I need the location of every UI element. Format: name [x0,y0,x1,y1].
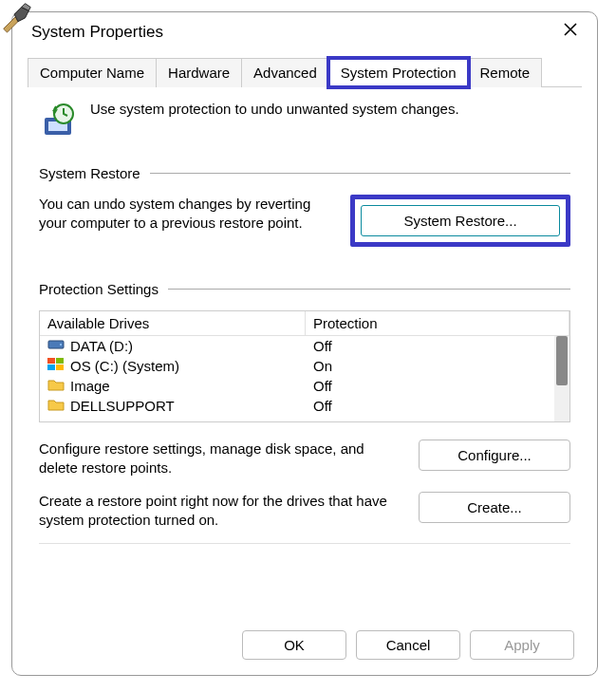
col-available-drives[interactable]: Available Drives [40,311,306,335]
drive-name: DELLSUPPORT [70,398,175,414]
window-title: System Properties [31,23,163,42]
drive-protection: Off [306,397,569,415]
ok-button[interactable]: OK [242,630,346,660]
svg-point-4 [60,344,62,346]
configure-description: Configure restore settings, manage disk … [39,440,401,478]
drive-icon [47,357,65,375]
cancel-button[interactable]: Cancel [356,630,460,660]
tab-advanced[interactable]: Advanced [241,58,329,87]
drive-row[interactable]: ImageOff [40,376,569,396]
drive-name: Image [70,378,110,394]
section-restore-label: System Restore [39,165,140,181]
system-restore-button[interactable]: System Restore... [361,205,560,236]
svg-rect-7 [47,365,55,370]
drive-name: OS (C:) (System) [70,358,179,374]
tab-hardware[interactable]: Hardware [156,58,242,87]
drive-row[interactable]: DATA (D:)Off [40,336,569,356]
drives-listview[interactable]: Available Drives Protection DATA (D:)Off… [39,310,570,422]
drive-protection: Off [306,377,569,395]
tabs: Computer Name Hardware Advanced System P… [28,57,582,87]
col-protection[interactable]: Protection [306,311,569,335]
tab-system-protection[interactable]: System Protection [328,58,469,87]
drive-row[interactable]: OS (C:) (System)On [40,356,569,376]
drives-header: Available Drives Protection [40,311,569,336]
create-description: Create a restore point right now for the… [39,492,401,531]
tab-computer-name[interactable]: Computer Name [28,58,157,87]
svg-rect-6 [56,358,64,364]
svg-rect-8 [56,365,64,370]
apply-button[interactable]: Apply [470,630,574,660]
panel: Use system protection to undo unwanted s… [12,87,597,552]
section-protection-settings: Protection Settings [39,281,570,297]
scrollbar-thumb[interactable] [556,336,568,385]
scrollbar[interactable] [554,336,569,421]
drive-icon [47,397,65,415]
restore-description: You can undo system changes by reverting… [39,195,339,234]
drive-protection: Off [306,337,569,355]
svg-rect-5 [47,358,55,364]
drive-row[interactable]: DELLSUPPORTOff [40,396,569,416]
restore-shield-icon [39,101,77,139]
section-protection-label: Protection Settings [39,281,159,297]
restore-highlight: System Restore... [350,195,570,247]
close-icon[interactable] [557,20,584,44]
configure-button[interactable]: Configure... [419,440,570,471]
titlebar: System Properties [12,12,597,51]
drive-icon [47,337,65,355]
create-button[interactable]: Create... [419,492,570,523]
drive-protection: On [306,357,569,375]
dialog-buttons: OK Cancel Apply [242,630,574,660]
drive-name: DATA (D:) [70,338,133,354]
info-text: Use system protection to undo unwanted s… [90,101,459,117]
system-properties-window: System Properties Computer Name Hardware… [11,11,598,676]
section-system-restore: System Restore [39,165,570,181]
drive-icon [47,377,65,395]
tab-remote[interactable]: Remote [468,58,543,87]
